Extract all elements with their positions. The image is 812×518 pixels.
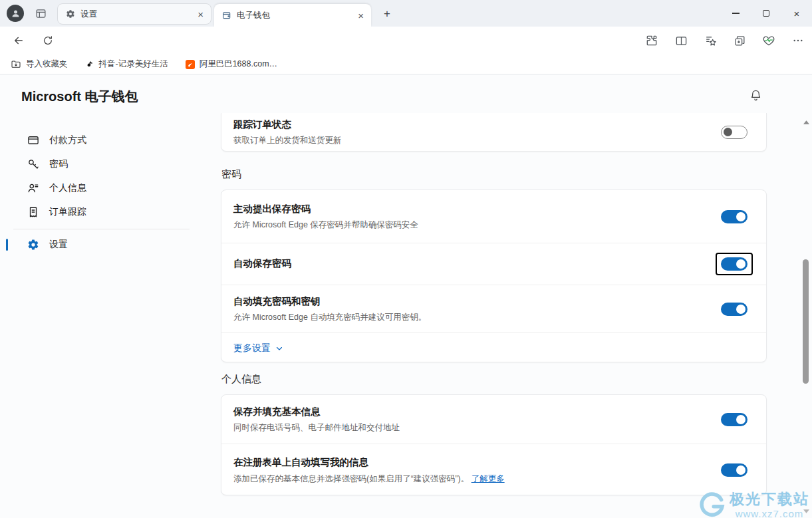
bookmark-douyin[interactable]: 抖音-记录美好生活 <box>85 59 168 70</box>
save-fill-basic-info-toggle[interactable] <box>721 413 747 426</box>
auto-save-passwords-toggle[interactable] <box>721 257 747 271</box>
setting-subtitle: 添加已保存的基本信息并选择强密码(如果启用了“建议强密码”)。 了解更多 <box>233 473 505 484</box>
key-icon <box>27 158 39 170</box>
row-text: 自动填充密码和密钥 允许 Microsoft Edge 自动填充密码并建议可用密… <box>233 295 426 323</box>
sidebar-item-passwords[interactable]: 密码 <box>0 152 203 176</box>
setting-row: 自动填充密码和密钥 允许 Microsoft Edge 自动填充密码并建议可用密… <box>221 285 766 333</box>
row-text: 保存并填充基本信息 同时保存电话号码、电子邮件地址和交付地址 <box>233 406 400 434</box>
setting-row: 自动保存密码 <box>221 243 766 285</box>
setting-subtitle: 允许 Microsoft Edge 自动填充密码并建议可用密钥。 <box>233 312 426 323</box>
watermark-url: www.xz7.com <box>736 508 804 518</box>
tab-wallet[interactable]: 电子钱包 × <box>214 4 371 27</box>
sidebar-item-settings[interactable]: 设置 <box>0 233 203 257</box>
row-text: 主动提出保存密码 允许 Microsoft Edge 保存密码并帮助确保密码安全 <box>233 203 418 231</box>
setting-subtitle: 同时保存电话号码、电子邮件地址和交付地址 <box>233 422 400 433</box>
setting-title: 自动填充密码和密钥 <box>233 295 426 309</box>
credit-card-icon <box>27 134 39 146</box>
sidebar-item-label: 付款方式 <box>49 134 86 146</box>
keyboard-focus-ring <box>716 253 753 275</box>
more-settings-link[interactable]: 更多设置 <box>233 342 283 354</box>
row-text: 在注册表单上自动填写我的信息 添加已保存的基本信息并选择强密码(如果启用了“建议… <box>233 456 505 484</box>
page-scrollbar <box>802 113 810 518</box>
setting-row: 跟踪订单状态 获取订单上的发货和送货更新 <box>221 113 766 151</box>
person-card-icon <box>27 182 39 194</box>
profile-avatar[interactable] <box>7 5 24 22</box>
active-indicator <box>6 239 8 251</box>
alibaba-1688-icon <box>186 60 195 69</box>
bookmarks-bar: 导入收藏夹 抖音-记录美好生活 阿里巴巴1688.com… <box>0 55 812 74</box>
scrollbar-thumb[interactable] <box>803 259 809 384</box>
scroll-down-icon[interactable] <box>803 509 809 514</box>
minimize-button[interactable] <box>720 0 751 27</box>
back-arrow-icon <box>13 35 25 47</box>
setting-title: 自动保存密码 <box>233 257 291 271</box>
row-text: 自动保存密码 <box>233 257 291 271</box>
collections-icon[interactable] <box>732 33 747 49</box>
sidebar-item-payment-methods[interactable]: 付款方式 <box>0 128 203 152</box>
order-tracking-toggle[interactable] <box>721 126 747 139</box>
close-tab-icon[interactable]: × <box>354 10 367 21</box>
setting-title: 跟踪订单状态 <box>233 118 342 132</box>
offer-save-passwords-toggle[interactable] <box>721 210 747 223</box>
douyin-icon <box>85 60 94 69</box>
notifications-bell-icon[interactable] <box>749 89 762 102</box>
bookmark-import-favorites[interactable]: 导入收藏夹 <box>11 59 68 70</box>
setting-title: 保存并填充基本信息 <box>233 406 400 419</box>
wallet-icon <box>222 11 231 20</box>
maximize-button[interactable] <box>751 0 781 27</box>
import-favorites-icon <box>11 59 21 70</box>
autofill-signup-forms-toggle[interactable] <box>721 463 747 477</box>
tab-label: 电子钱包 <box>237 10 349 21</box>
setting-row: 主动提出保存密码 允许 Microsoft Edge 保存密码并帮助确保密码安全 <box>221 190 766 243</box>
chevron-down-icon <box>275 344 283 352</box>
autofill-passwords-toggle[interactable] <box>721 303 747 316</box>
gear-icon <box>66 9 75 19</box>
wallet-sidebar: 付款方式 密码 个人信息 订单跟踪 设置 对电子钱包满意吗? <box>0 128 203 257</box>
sidebar-item-label: 密码 <box>49 158 68 170</box>
extensions-icon[interactable] <box>644 33 659 49</box>
more-settings-row: 更多设置 <box>221 333 766 363</box>
browser-window: 设置 × 电子钱包 × + × Edge edge://wallet/setti… <box>0 0 812 518</box>
more-settings-label: 更多设置 <box>233 342 271 354</box>
passwords-card: 主动提出保存密码 允许 Microsoft Edge 保存密码并帮助确保密码安全… <box>221 190 767 362</box>
scroll-up-icon[interactable] <box>803 120 809 125</box>
close-tab-icon[interactable]: × <box>194 9 207 20</box>
personal-info-card: 保存并填充基本信息 同时保存电话号码、电子邮件地址和交付地址 在注册表单上自动填… <box>221 394 767 495</box>
setting-subtitle: 允许 Microsoft Edge 保存密码并帮助确保密码安全 <box>233 219 418 230</box>
browser-toolbar: Edge edge://wallet/settings A <box>0 27 812 55</box>
person-icon <box>11 9 21 19</box>
setting-row: 在注册表单上自动填写我的信息 添加已保存的基本信息并选择强密码(如果启用了“建议… <box>221 444 766 496</box>
setting-subtitle: 获取订单上的发货和送货更新 <box>233 135 342 146</box>
sidebar-item-label: 个人信息 <box>49 182 86 194</box>
tab-settings[interactable]: 设置 × <box>57 3 211 25</box>
subtitle-text: 添加已保存的基本信息并选择强密码(如果启用了“建议强密码”)。 <box>233 474 469 483</box>
section-heading-personal-info: 个人信息 <box>221 373 261 386</box>
gear-icon <box>27 239 39 251</box>
sidebar-item-order-tracking[interactable]: 订单跟踪 <box>0 200 203 224</box>
split-screen-icon[interactable] <box>674 33 688 49</box>
new-tab-button[interactable]: + <box>379 6 395 22</box>
maximize-icon <box>763 10 769 17</box>
settings-menu-icon[interactable] <box>791 33 805 49</box>
back-button[interactable] <box>11 33 27 49</box>
close-button[interactable]: × <box>781 0 812 27</box>
bookmark-alibaba[interactable]: 阿里巴巴1688.com… <box>186 59 277 70</box>
minimize-icon <box>732 13 740 14</box>
sidebar-item-label: 订单跟踪 <box>49 206 86 218</box>
sidebar-item-personal-info[interactable]: 个人信息 <box>0 176 203 200</box>
learn-more-link[interactable]: 了解更多 <box>472 474 505 483</box>
window-controls: × <box>720 0 812 27</box>
page-title: Microsoft 电子钱包 <box>21 88 138 106</box>
bookmark-label: 抖音-记录美好生活 <box>99 59 168 70</box>
toolbar-actions <box>644 33 805 49</box>
refresh-button[interactable] <box>40 33 56 49</box>
sidebar-divider <box>13 229 190 229</box>
row-text: 跟踪订单状态 获取订单上的发货和送货更新 <box>233 118 342 146</box>
tab-label: 设置 <box>80 9 189 20</box>
favorites-hub-icon[interactable] <box>703 33 718 49</box>
sidebar-item-label: 设置 <box>49 239 68 251</box>
section-heading-passwords: 密码 <box>221 168 241 181</box>
setting-row: 保存并填充基本信息 同时保存电话号码、电子邮件地址和交付地址 <box>221 395 766 444</box>
browser-essentials-icon[interactable] <box>761 33 776 49</box>
workspaces-icon[interactable] <box>33 6 48 21</box>
